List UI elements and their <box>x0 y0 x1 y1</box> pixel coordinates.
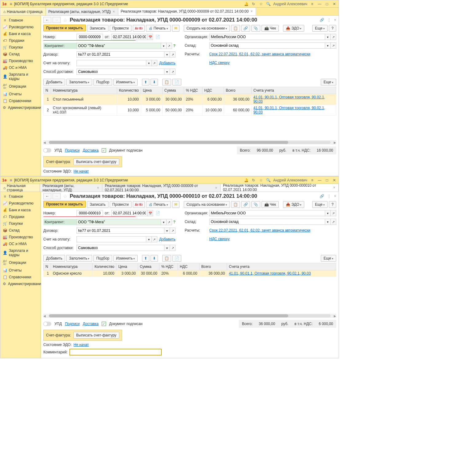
edo-button[interactable]: 📤 ЭДО <box>283 25 305 32</box>
bell-icon[interactable]: 🔔 <box>244 178 249 183</box>
more-icon[interactable]: ⋮ <box>327 18 331 22</box>
create-based-button[interactable]: Создать на основании <box>184 201 230 208</box>
sidebar-item-hr[interactable]: 👤Зарплата и кадры <box>0 247 41 258</box>
table-more-button[interactable]: Еще <box>321 255 336 262</box>
vat-link[interactable]: НДС сверху <box>209 61 230 65</box>
create-based-button[interactable]: Создать на основании <box>184 25 230 32</box>
accounts-link[interactable]: 41.01, 90.01.1, Оптовая торговля, 90.02.… <box>254 95 325 104</box>
move-down-button[interactable]: ⬇ <box>151 79 158 85</box>
dropdown-icon[interactable]: ▾ <box>164 245 170 251</box>
contractor-input[interactable] <box>77 43 161 49</box>
sidebar-item-production[interactable]: 🏭Производство <box>0 234 41 240</box>
sidebar-item-reports[interactable]: 📊Отчеты <box>0 91 41 97</box>
table-fill-button[interactable]: Заполнить <box>66 79 92 85</box>
search-icon[interactable]: 🔍 <box>266 2 271 6</box>
number-input[interactable] <box>77 34 103 40</box>
items-table[interactable]: N Номенклатура Количество Цена Сумма % Н… <box>43 87 336 116</box>
close-doc-icon[interactable]: × <box>334 194 336 198</box>
sidebar-item-assets[interactable]: 🚚ОС и НМА <box>0 64 41 71</box>
post-button[interactable]: Провести <box>110 201 132 208</box>
signed-checkbox[interactable]: ✓ <box>102 148 106 153</box>
invoice-acc-input[interactable] <box>77 236 146 242</box>
nav-forward-button[interactable]: → <box>53 17 61 23</box>
sidebar-item-manager[interactable]: 📈Руководителю <box>0 24 41 30</box>
sidebar-item-admin[interactable]: ⚙Администрирование <box>0 104 41 111</box>
dtkt-button[interactable]: Ат Кт <box>133 201 145 208</box>
dropdown-icon[interactable]: ▾ <box>164 228 170 234</box>
move-down-button[interactable]: ⬇ <box>151 255 158 262</box>
copy-button[interactable]: 📋 <box>162 79 171 85</box>
table-change-button[interactable]: Изменить <box>113 255 138 262</box>
minimize-icon[interactable]: — <box>317 178 322 183</box>
contractor-input[interactable] <box>77 219 161 225</box>
signatures-link[interactable]: Подписи <box>65 148 80 153</box>
paste-button[interactable]: 📄 <box>172 79 181 85</box>
link-button[interactable]: 🔗 <box>241 201 250 208</box>
tab-document[interactable]: Реализация товаров: Накладная, УПД 0000-… <box>118 8 256 15</box>
invoice-acc-input[interactable] <box>77 60 146 66</box>
attach-button[interactable]: 📎 <box>251 201 260 208</box>
tab-list[interactable]: Реализация (акты, накладные, УПД) × <box>40 184 102 192</box>
envelope-button[interactable]: ✉ <box>172 201 179 208</box>
help-button[interactable]: ? <box>329 25 336 32</box>
comment-input[interactable] <box>69 349 162 356</box>
print-button[interactable]: 🖨 Печать <box>146 25 171 32</box>
table-more-button[interactable]: Еще <box>321 79 336 85</box>
close-doc-icon[interactable]: × <box>334 18 336 22</box>
tab-close-icon[interactable]: × <box>332 185 336 190</box>
user-name[interactable]: Андрей Алексеевич <box>273 2 307 6</box>
bell-icon[interactable]: 🔔 <box>244 2 249 6</box>
open-icon[interactable]: ↗ <box>331 210 336 216</box>
settings-icon[interactable]: ≡ <box>310 2 315 6</box>
history-icon[interactable]: ↻ <box>251 2 256 6</box>
edo-state-link[interactable]: Не начат <box>73 169 89 173</box>
issue-invoice-button[interactable]: Выписать счет-фактуру <box>73 332 119 339</box>
nav-forward-button[interactable]: → <box>53 193 61 199</box>
tab-document-10[interactable]: Реализация товаров: Накладная, УПД 0000-… <box>221 184 339 192</box>
dropdown-icon[interactable]: ▾ <box>146 60 152 66</box>
open-icon[interactable]: ↗ <box>167 219 172 225</box>
post-button[interactable]: Провести <box>110 25 132 32</box>
tab-close-icon[interactable]: × <box>96 186 100 190</box>
star-icon[interactable]: ☆ <box>258 178 263 183</box>
dropdown-icon[interactable]: ▾ <box>146 236 152 242</box>
warehouse-input[interactable] <box>209 219 325 225</box>
org-input[interactable] <box>209 34 325 40</box>
search-icon[interactable]: 🔍 <box>266 178 271 183</box>
move-up-button[interactable]: ⬆ <box>142 79 149 85</box>
favorite-icon[interactable]: ☆ <box>63 193 67 199</box>
table-select-button[interactable]: Подбор <box>93 79 112 85</box>
dropdown-icon[interactable]: ▾ <box>325 34 331 40</box>
open-icon[interactable]: ↗ <box>170 228 175 234</box>
sidebar-item-operations[interactable]: Дт/КтОперации <box>0 258 41 267</box>
table-add-button[interactable]: Добавить <box>43 79 65 85</box>
items-table[interactable]: N Номенклатура Количество Цена Сумма % Н… <box>43 263 336 277</box>
date-input[interactable] <box>111 210 148 216</box>
user-name[interactable]: Андрей Алексеевич <box>273 178 307 182</box>
open-icon[interactable]: ↗ <box>167 43 172 49</box>
form-button[interactable]: 📋 <box>231 25 240 32</box>
sidebar-item-bank[interactable]: 💰Банк и касса <box>0 30 41 37</box>
more-icon[interactable]: ⋮ <box>327 194 331 198</box>
attach-button[interactable]: 📎 <box>251 25 260 32</box>
move-up-button[interactable]: ⬆ <box>142 255 149 262</box>
more-button[interactable]: Еще <box>312 201 328 208</box>
cheque-button[interactable]: 📠 Чек <box>262 201 279 208</box>
calendar-icon[interactable]: 📅 <box>148 210 153 216</box>
delivery-link[interactable]: Доставка <box>83 322 99 326</box>
table-select-button[interactable]: Подбор <box>93 255 112 262</box>
sidebar-item-manager[interactable]: 📈Руководителю <box>0 200 41 207</box>
close-icon[interactable]: ✕ <box>332 178 337 183</box>
tab-close-icon[interactable]: × <box>112 10 116 14</box>
open-icon[interactable]: ↗ <box>331 42 336 49</box>
save-button[interactable]: Записать <box>87 201 108 208</box>
tab-close-icon[interactable]: × <box>214 186 218 190</box>
open-icon[interactable]: ↗ <box>170 245 175 251</box>
dropdown-icon[interactable]: ▾ <box>161 43 167 49</box>
sidebar-item-catalogs[interactable]: 📋Справочники <box>0 97 41 104</box>
accounts-link[interactable]: 41.01, 90.01.1, Оптовая торговля, 90.02.… <box>254 106 325 114</box>
open-icon[interactable]: ↗ <box>331 219 336 225</box>
menu-icon[interactable]: ≡ <box>10 2 12 6</box>
tab-document-9[interactable]: Реализация товаров: Накладная, УПД 0000-… <box>102 184 220 192</box>
dropdown-icon[interactable]: ▾ <box>161 219 167 225</box>
